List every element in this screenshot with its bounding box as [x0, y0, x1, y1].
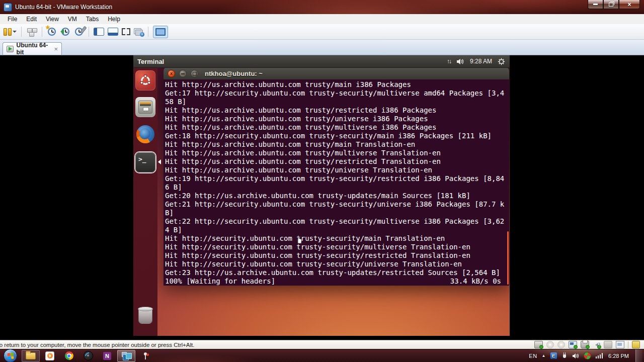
vmware-icon	[122, 352, 131, 360]
chrome-icon	[65, 351, 73, 360]
vm-powered-on-icon	[7, 46, 14, 52]
close-button[interactable]: ×	[619, 0, 640, 9]
snapshot-clock-icon: ★	[47, 27, 57, 36]
toolbar-separator	[42, 27, 42, 37]
terminal-close-button[interactable]: x	[168, 70, 175, 77]
terminal-line: Hit http://us.archive.ubuntu.com trusty/…	[165, 140, 509, 149]
statusbar-device-icons	[534, 341, 644, 348]
taskbar-media-player-button[interactable]	[41, 350, 59, 362]
terminal-scrollbar[interactable]	[507, 231, 509, 285]
launcher-firefox-button[interactable]	[135, 124, 155, 144]
taskbar-clock[interactable]: 6:28 PM	[608, 353, 629, 359]
panel-clock[interactable]: 9:28 AM	[470, 58, 492, 65]
hard-disk-device-icon[interactable]	[534, 341, 543, 348]
taskbar-explorer-button[interactable]	[22, 350, 40, 362]
pin-app-icon	[142, 352, 149, 360]
cd-device-icon[interactable]	[546, 341, 554, 348]
language-indicator[interactable]: EN	[529, 353, 537, 359]
revert-snapshot-button[interactable]	[60, 27, 70, 36]
restore-icon	[609, 3, 613, 7]
tab-bar: Ubuntu 64-bit ×	[0, 40, 644, 55]
manage-clock-icon	[74, 27, 84, 36]
ubuntu-logo-icon	[139, 74, 151, 86]
info-icon: i	[140, 32, 144, 37]
vmware-statusbar: To return to your computer, move the mou…	[0, 340, 644, 349]
tray-expand-icon[interactable]: ▲	[542, 353, 546, 358]
terminal-line: Get:22 http://security.ubuntu.com trusty…	[165, 217, 509, 226]
menu-item[interactable]: View	[41, 15, 63, 24]
terminal-line: Get:17 http://security.ubuntu.com trusty…	[165, 89, 509, 98]
menu-item[interactable]: VM	[63, 15, 82, 24]
taskbar-onenote-button[interactable]: N	[98, 350, 116, 362]
menu-item[interactable]: File	[3, 15, 22, 24]
start-button[interactable]	[4, 349, 17, 362]
window-controls: ×	[588, 0, 640, 9]
network-indicator-icon[interactable]: ↑↓	[447, 58, 451, 65]
suspend-button[interactable]	[4, 28, 17, 36]
session-gear-icon[interactable]	[498, 58, 505, 65]
panel-indicators: ↑↓ 9:28 AM	[447, 58, 510, 65]
progress-speed-text: 33.4 kB/s 0s	[450, 277, 501, 286]
taskbar-pin-app-button[interactable]	[136, 350, 154, 362]
cd-device-icon[interactable]	[557, 341, 565, 348]
menu-item[interactable]: Edit	[22, 15, 41, 24]
launcher-trash-button[interactable]	[135, 306, 155, 326]
message-log-icon[interactable]	[632, 341, 640, 348]
firefox-icon	[136, 125, 154, 143]
menu-bar: FileEditViewVMTabsHelp	[0, 14, 644, 24]
terminal-line: 6 B]	[165, 183, 509, 192]
power-plug-icon[interactable]	[561, 352, 568, 359]
launcher-terminal-button[interactable]: >_	[135, 152, 155, 172]
suspend-icon	[4, 28, 12, 36]
printer-device-icon[interactable]	[581, 341, 589, 348]
terminal-minimize-button[interactable]	[179, 70, 187, 77]
terminal-title: ntkhoa@ubuntu: ~	[205, 70, 263, 77]
show-desktop-button[interactable]	[635, 349, 642, 362]
toolbar-separator	[89, 27, 89, 37]
network-adapter-icon[interactable]	[569, 341, 577, 348]
close-icon: ×	[627, 1, 631, 8]
console-view-toggle-pressed[interactable]	[153, 26, 168, 38]
terminal-line: Hit http://us.archive.ubuntu.com trusty/…	[165, 149, 509, 157]
terminal-line: Get:21 http://security.ubuntu.com trusty…	[165, 200, 509, 209]
unity-mode-button[interactable]: i	[134, 28, 143, 36]
tray-volume-icon[interactable]	[572, 353, 579, 359]
terminal-window: x ntkhoa@ubuntu: ~ Hit http://us.archive…	[164, 67, 509, 286]
launcher-dash-button[interactable]	[135, 70, 155, 90]
sound-device-icon[interactable]	[593, 341, 600, 348]
taskbar-recorder-button[interactable]	[79, 350, 97, 362]
volume-indicator-icon[interactable]	[456, 58, 464, 65]
terminal-maximize-button[interactable]	[191, 70, 198, 77]
restore-button[interactable]	[603, 0, 619, 9]
show-thumbnail-bar-button[interactable]	[108, 28, 118, 36]
vm-display-area: Terminal ↑↓ 9:28 AM	[0, 55, 644, 340]
terminal-output[interactable]: Hit http://us.archive.ubuntu.com trusty/…	[164, 79, 509, 286]
minimize-button[interactable]	[588, 0, 603, 9]
fullscreen-button[interactable]	[122, 28, 130, 35]
manage-snapshots-button[interactable]	[74, 27, 84, 36]
terminal-titlebar[interactable]: x ntkhoa@ubuntu: ~	[164, 67, 509, 80]
screenshot-device-icon[interactable]	[616, 341, 624, 348]
taskbar-chrome-button[interactable]	[60, 350, 78, 362]
launcher-files-button[interactable]	[135, 97, 155, 117]
toolbar: ★ i	[0, 24, 644, 40]
progress-left-text: 100% [Waiting for headers]	[165, 277, 275, 286]
onenote-icon: N	[103, 352, 111, 360]
tab-close-icon[interactable]: ×	[54, 45, 58, 53]
menu-item[interactable]: Tabs	[82, 15, 103, 24]
unity-windows-icon: i	[134, 28, 143, 36]
tab-ubuntu-64-bit[interactable]: Ubuntu 64-bit ×	[3, 42, 62, 55]
folder-icon	[26, 352, 36, 359]
terminal-line: Hit http://us.archive.ubuntu.com trusty/…	[165, 157, 509, 166]
update-shield-icon[interactable]	[582, 351, 592, 360]
tray-app-icon[interactable]: E	[550, 352, 557, 359]
taskbar-vmware-button[interactable]	[117, 350, 135, 362]
take-snapshot-button[interactable]: ★	[47, 27, 57, 36]
network-signal-icon[interactable]	[596, 353, 603, 358]
ctrl-alt-del-button[interactable]	[26, 28, 37, 36]
keyboard-keys-icon	[26, 28, 37, 36]
usb-device-icon[interactable]	[604, 341, 612, 348]
toolbar-separator	[21, 27, 22, 37]
show-library-button[interactable]	[94, 28, 104, 36]
menu-item[interactable]: Help	[103, 15, 125, 24]
